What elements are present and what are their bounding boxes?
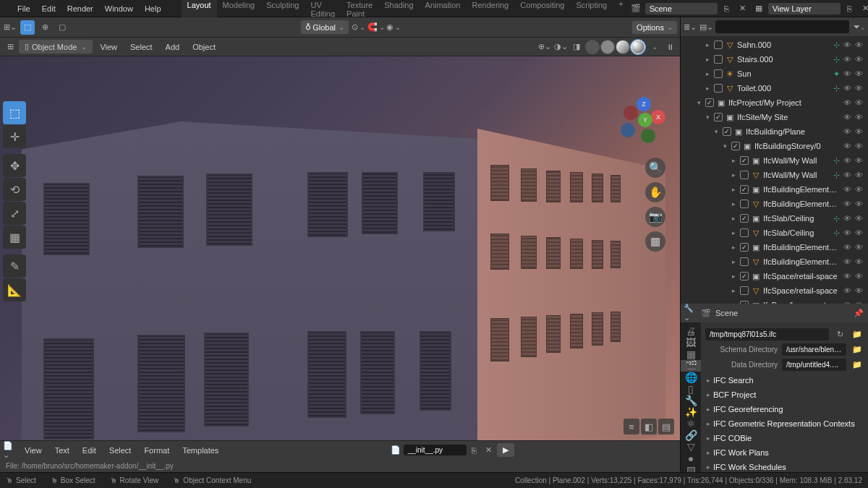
te-view[interactable]: View [19,443,48,458]
visibility-checkbox[interactable] [740,257,749,266]
ifc-folder-icon[interactable]: 📁 [851,328,864,341]
visibility-checkbox[interactable] [740,243,749,252]
texteditor-type-icon[interactable]: 📄⌄ [3,443,17,458]
hide-viewport-icon[interactable]: 👁 [843,243,854,252]
tree-expand-icon[interactable]: ▸ [729,157,738,164]
outliner-row[interactable]: ▸ ▽ IfcSpace/retail-space 👁 👁 [681,283,868,298]
outliner-row[interactable]: ▸ ▣ IfcDoor/house entrance 👁 👁 [681,298,868,304]
hide-render-icon[interactable]: 👁 [855,171,865,179]
outliner-row[interactable]: ▾ ▣ IfcBuilding/Plane 👁 👁 [681,124,868,139]
text-filename-field[interactable]: __init__.py [404,445,467,455]
shading-matprev[interactable] [616,40,630,54]
hide-render-icon[interactable]: 👁 [855,142,865,150]
view-menu[interactable]: View [94,40,123,54]
panel-header[interactable]: IFC Geometric Representation Contexts [705,416,864,431]
outliner-search-input[interactable] [715,20,849,33]
menu-edit[interactable]: Edit [36,1,61,16]
te-select[interactable]: Select [103,443,137,458]
overlays-toggle-icon[interactable]: ◑⌄ [553,40,568,54]
visibility-checkbox[interactable] [740,171,749,179]
shading-options-icon[interactable] [647,40,661,54]
hide-viewport-icon[interactable]: 👁 [843,55,854,64]
visibility-checkbox[interactable] [714,55,723,64]
ptab-material[interactable]: ● [681,453,701,464]
visibility-checkbox[interactable] [740,272,749,281]
visibility-checkbox[interactable] [740,156,749,165]
panel-header[interactable]: BCF Project [705,388,864,402]
transform-orientation[interactable]: ♁ Global [301,20,349,34]
tree-expand-icon[interactable]: ▸ [729,171,738,179]
hide-render-icon[interactable]: 👁 [855,55,865,64]
data-folder-icon[interactable]: 📁 [851,358,864,371]
select-lasso-icon[interactable]: ▢ [55,20,69,35]
tool-transform[interactable]: ▦ [3,226,26,249]
visibility-checkbox[interactable] [740,185,749,194]
ptab-texture[interactable]: ▨ [681,464,701,472]
xray-icon[interactable]: ◨ [569,40,584,54]
visibility-checkbox[interactable] [740,228,749,237]
outliner-row[interactable]: ▸ ▣ IfcBuildingElementProxy 👁 👁 [681,182,868,197]
ptab-viewlayer[interactable]: ▦ [681,348,701,360]
hide-viewport-icon[interactable]: 👁 [843,171,854,179]
hide-render-icon[interactable]: 👁 [855,272,865,281]
menu-render[interactable]: Render [61,1,99,16]
tree-expand-icon[interactable]: ▸ [729,229,738,236]
visibility-checkbox[interactable] [740,200,749,208]
zoom-icon[interactable]: 🔍 [645,158,665,178]
panel-header[interactable]: IFC Georeferencing [705,402,864,416]
ptab-scene[interactable]: 🎬 [681,360,701,372]
viewlayer-icon[interactable]: ▦ [752,2,765,15]
outliner-display-icon[interactable]: ▤⌄ [699,20,712,33]
viewlayer-name-field[interactable]: View Layer [768,3,841,14]
hide-viewport-icon[interactable]: 👁 [843,40,854,49]
outliner-row[interactable]: ▸ ☀ Sun ✦ 👁 👁 [681,67,868,81]
add-menu[interactable]: Add [160,40,186,54]
menu-window[interactable]: Window [99,1,139,16]
text-file-icon[interactable]: 📄 [389,444,402,457]
ifc-file-field[interactable]: /tmp/tmpq87l01s5.ifc [705,328,829,341]
te-edit[interactable]: Edit [77,443,102,458]
visibility-checkbox[interactable] [714,84,723,93]
outliner-row[interactable]: ▸ ▣ IfcBuildingElementProxy 👁 👁 [681,240,868,254]
shading-solid[interactable] [600,40,615,54]
hide-viewport-icon[interactable]: 👁 [843,98,854,107]
hide-viewport-icon[interactable]: 👁 [843,272,854,281]
tree-expand-icon[interactable]: ▸ [703,56,712,63]
outliner-row[interactable]: ▸ ▽ Sahn.000 ⊹ 👁 👁 [681,38,868,52]
ptab-object[interactable]: ▯ [681,383,701,395]
scene-delete-icon[interactable]: ✕ [736,2,749,15]
tree-expand-icon[interactable]: ▸ [703,41,712,48]
visibility-checkbox[interactable] [714,113,723,121]
snap-icon[interactable]: 🧲 [369,20,383,35]
schema-dir-field[interactable]: /usr/share/blender... [782,343,846,356]
ifc-reload-icon[interactable]: ↻ [833,328,846,341]
panel-header[interactable]: IFC Work Schedules [705,460,864,472]
proportional-icon[interactable]: ◉ [386,20,401,35]
ptab-mesh[interactable]: ▽ [681,441,701,453]
props-pin-icon[interactable]: 📌 [852,307,865,320]
outliner-row[interactable]: ▸ ▽ IfcWall/My Wall ⊹ 👁 👁 [681,168,868,182]
ptab-physics[interactable]: ⚛ [681,418,701,429]
visibility-checkbox[interactable] [731,142,740,150]
select-menu[interactable]: Select [124,40,158,54]
outliner-filter-icon[interactable]: ⏷⌄ [852,20,865,33]
ptab-output[interactable]: 🖼 [681,337,701,348]
scene-icon[interactable]: 🎬 [629,2,642,15]
editor-type-icon[interactable]: ⊞⌄ [3,20,17,35]
viewlayer-delete-icon[interactable]: ✕ [859,2,868,15]
hide-viewport-icon[interactable]: 👁 [843,69,854,78]
select-box-icon[interactable]: ⬚ [20,20,35,35]
tool-measure[interactable]: 📐 [3,278,26,301]
pan-icon[interactable]: ✋ [645,182,665,202]
outliner-row[interactable]: ▸ ▽ IfcBuildingElementProxy 👁 👁 [681,197,868,211]
hide-viewport-icon[interactable]: 👁 [843,214,854,223]
ptab-world[interactable]: 🌐 [681,372,701,383]
shading-wireframe[interactable] [585,40,600,54]
tree-expand-icon[interactable]: ▸ [729,287,738,294]
tree-expand-icon[interactable]: ▾ [694,99,703,106]
hide-render-icon[interactable]: 👁 [855,69,865,78]
hide-render-icon[interactable]: 👁 [855,243,865,252]
tree-expand-icon[interactable]: ▸ [729,200,738,207]
te-text[interactable]: Text [49,443,75,458]
overlay-btn3[interactable]: ▤ [658,419,674,435]
